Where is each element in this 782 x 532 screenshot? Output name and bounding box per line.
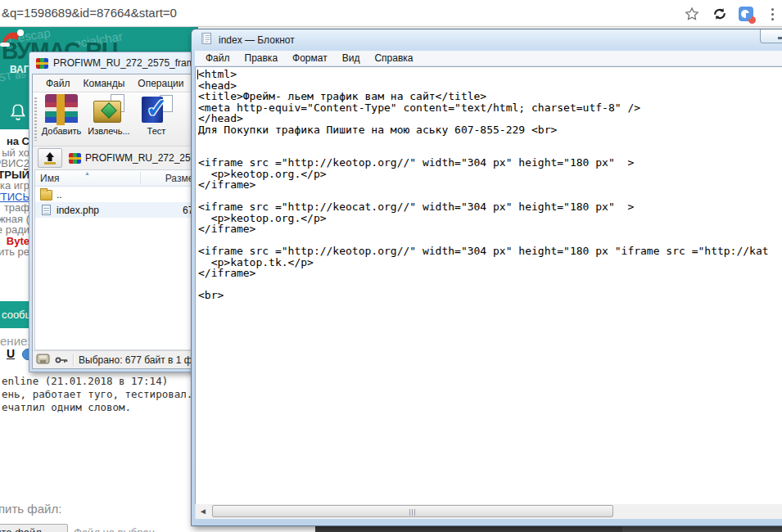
webpage-text-fragment: на С <box>0 136 29 147</box>
toolbar-button-label: Извлечь... <box>88 126 129 136</box>
winrar-menu-item[interactable]: Операции <box>131 78 190 89</box>
notepad-menu-item[interactable]: Вид <box>335 52 368 64</box>
horizontal-scrollbar[interactable]: ◄ <box>195 504 782 519</box>
winrar-menu-item[interactable]: Файл <box>39 78 77 89</box>
sync-refresh-icon[interactable] <box>711 5 729 23</box>
winrar-toolbar-button[interactable]: Тест <box>133 92 180 146</box>
notepad-menu-item[interactable]: Файл <box>198 52 237 64</box>
winrar-archive-icon <box>69 153 81 164</box>
webpage-text-fragment: РВИС2 <box>0 158 29 169</box>
winrar-app-icon <box>36 58 48 69</box>
webpage-text-fragment: Byte <box>0 236 29 247</box>
underline-format-button[interactable]: U <box>7 347 15 360</box>
notepad-text-content: <html> <head> <title>Фрейм- льем трафик … <box>196 67 782 301</box>
archive-path-text: PROFIWM_RU_272_25 <box>85 152 191 164</box>
webpage-text-fragment: жная ( <box>0 214 29 225</box>
winrar-menu-item[interactable]: Команды <box>77 78 132 89</box>
notepad-menu-item[interactable]: Справка <box>367 52 420 64</box>
notepad-app-icon <box>200 32 213 48</box>
notepad-title: index — Блокнот <box>219 34 295 46</box>
status-divider <box>73 354 74 366</box>
toolbar-button-label: Тест <box>147 126 166 136</box>
screen: &q=1598689&id=87664&start=0 l_escap ecia… <box>0 0 782 532</box>
attach-file-label: пить файл: <box>0 502 61 516</box>
winrar-title: PROFIWM_RU_272_2575_frame. <box>53 57 203 69</box>
winrar-status-text: Выбрано: 677 байт в 1 фай <box>79 354 203 366</box>
url-text[interactable]: &q=1598689&id=87664&start=0 <box>2 6 177 20</box>
toolbar-button-icon <box>140 94 173 125</box>
toolbar-button-icon <box>45 94 78 125</box>
notepad-text-area[interactable]: <html> <head> <title>Фрейм- льем трафик … <box>195 66 782 504</box>
notepad-body: ФайлПравкаФорматВидСправка <html> <head>… <box>195 51 782 519</box>
notepad-menu-item[interactable]: Правка <box>237 52 286 64</box>
up-directory-button[interactable] <box>38 148 62 168</box>
column-header-name[interactable]: Имя <box>40 173 59 184</box>
disk-icon <box>36 353 50 367</box>
webpage-text-column: на Сый хоРВИС2ТРЫЙка игрУТИСЬтрафжная (е… <box>0 136 29 258</box>
winrar-toolbar-button[interactable]: Извлечь... <box>85 92 133 146</box>
archive-path-combo[interactable]: PROFIWM_RU_272_25 <box>69 152 191 164</box>
key-icon <box>55 353 68 367</box>
notepad-menu-item[interactable]: Формат <box>285 52 335 64</box>
scroll-left-arrow-icon[interactable]: ◄ <box>199 507 207 516</box>
toolbar-button-icon <box>93 94 125 125</box>
scrollbar-thumb[interactable] <box>212 505 613 517</box>
notepad-window: index — Блокнот ФайлПравкаФорматВидСправ… <box>191 29 782 526</box>
winrar-toolbar-button[interactable]: Добавить <box>38 92 85 146</box>
bell-icon[interactable] <box>8 102 28 128</box>
dark-strip <box>622 526 782 532</box>
webpage-text-fragment[interactable]: УТИСЬ <box>0 192 29 203</box>
webpage-text-fragment: ить ре <box>0 246 29 258</box>
notification-dot <box>748 16 756 24</box>
file-chosen-status: Файл не выбран <box>74 526 155 532</box>
message-label: ение: <box>0 334 31 348</box>
bookmark-star-icon[interactable] <box>683 5 701 23</box>
choose-file-button[interactable]: рите файл <box>0 524 68 532</box>
forum-post-text: enline (21.01.2018 в 17:14) ень, работае… <box>2 375 199 414</box>
browser-address-bar[interactable]: &q=1598689&id=87664&start=0 <box>0 0 782 27</box>
santa-hat-icon <box>0 27 25 52</box>
dark-strip <box>315 526 622 532</box>
toolbar-button-label: Добавить <box>42 126 82 136</box>
minimize-button[interactable] <box>760 29 782 43</box>
notepad-titlebar[interactable]: index — Блокнот <box>192 29 782 51</box>
webpage-text-fragment: траф <box>0 202 29 214</box>
webpage-text-fragment: е ради <box>0 224 29 236</box>
webpage-text-fragment: ка игр <box>0 180 29 192</box>
notepad-menubar: ФайлПравкаФорматВидСправка <box>195 51 782 66</box>
webpage-text-fragment: ый хо <box>0 147 29 159</box>
file-name: .. <box>57 189 62 201</box>
webpage-text-fragment: ТРЫЙ <box>0 169 29 181</box>
site-subtitle-fragment: ВАГ <box>10 64 29 75</box>
file-type-icon <box>42 205 51 215</box>
file-type-icon <box>40 190 52 201</box>
text-caret <box>197 70 198 79</box>
browser-menu-icon[interactable] <box>763 5 781 23</box>
extension-badge <box>739 7 753 21</box>
file-name: index.php <box>57 205 99 216</box>
sort-asc-icon: ▲ <box>84 170 90 176</box>
extension-icon[interactable] <box>737 5 755 23</box>
